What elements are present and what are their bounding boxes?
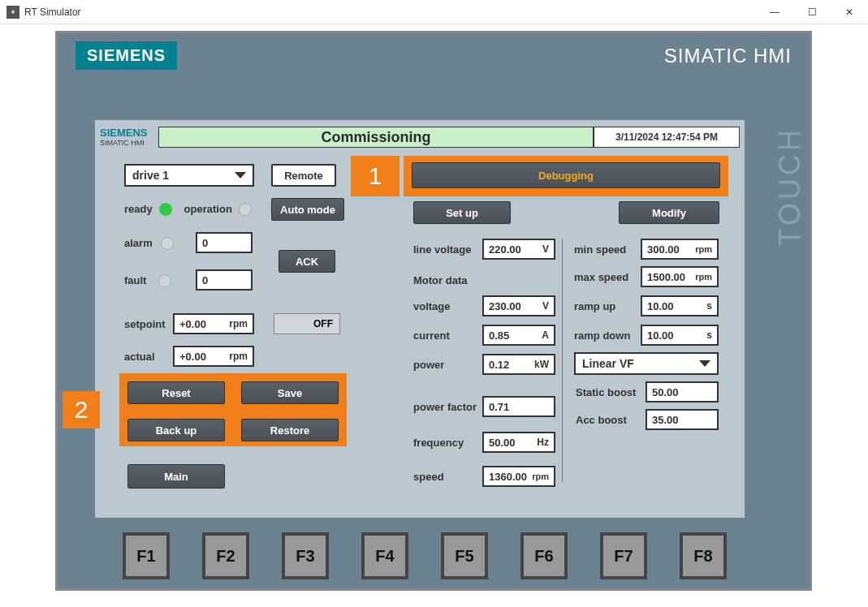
current-value[interactable]: 0.85A bbox=[482, 325, 555, 346]
hmi-frame: SIEMENS SIMATIC HMI TOUCH SIEMENS SIMATI… bbox=[55, 31, 812, 591]
setpoint-value[interactable]: +0.00rpm bbox=[173, 313, 254, 334]
alarm-indicator bbox=[161, 237, 174, 250]
fkey-f5[interactable]: F5 bbox=[441, 532, 488, 579]
fkey-f6[interactable]: F6 bbox=[520, 532, 568, 579]
siemens-logo: SIEMENS bbox=[76, 41, 177, 70]
freq-label: frequency bbox=[413, 437, 464, 449]
line-voltage-value[interactable]: 220.00V bbox=[482, 239, 555, 260]
power-value[interactable]: 0.12kW bbox=[482, 354, 555, 375]
fkey-f2[interactable]: F2 bbox=[202, 532, 249, 579]
ready-label: ready bbox=[124, 203, 153, 215]
setup-button[interactable]: Set up bbox=[413, 201, 511, 224]
acc-boost-value[interactable]: 35.00 bbox=[646, 409, 719, 430]
ramp-up-value[interactable]: 10.00s bbox=[641, 295, 719, 316]
fault-value[interactable]: 0 bbox=[196, 269, 253, 291]
auto-mode-button[interactable]: Auto mode bbox=[271, 198, 344, 221]
datetime: 3/11/2024 12:47:54 PM bbox=[594, 127, 740, 148]
max-speed-value[interactable]: 1500.00rpm bbox=[641, 266, 719, 287]
touch-label: TOUCH bbox=[773, 127, 807, 246]
fkey-f3[interactable]: F3 bbox=[282, 532, 329, 579]
vf-mode-value: Linear VF bbox=[582, 357, 634, 370]
separator bbox=[562, 239, 563, 482]
operation-indicator bbox=[239, 203, 252, 216]
acc-boost-label: Acc boost bbox=[576, 414, 627, 426]
minimize-button[interactable]: — bbox=[756, 0, 793, 24]
actual-label: actual bbox=[124, 351, 155, 363]
voltage-value[interactable]: 230.00V bbox=[482, 295, 555, 316]
power-label: power bbox=[413, 359, 444, 371]
app-icon: ♦ bbox=[6, 6, 19, 19]
min-speed-value[interactable]: 300.00rpm bbox=[641, 239, 719, 260]
restore-button[interactable]: Restore bbox=[241, 419, 339, 441]
main-button[interactable]: Main bbox=[127, 464, 225, 489]
callout-number-1: 1 bbox=[351, 156, 399, 196]
drive-selector-value: drive 1 bbox=[132, 169, 169, 182]
chevron-down-icon bbox=[699, 360, 710, 367]
min-speed-label: min speed bbox=[574, 243, 626, 256]
ramp-down-label: ramp down bbox=[574, 329, 630, 342]
fault-indicator bbox=[158, 274, 171, 287]
pf-label: power factor bbox=[413, 401, 477, 413]
panel-brand: SIEMENS bbox=[100, 127, 158, 139]
pf-value[interactable]: 0.71 bbox=[482, 396, 555, 417]
static-boost-value[interactable]: 50.00 bbox=[646, 381, 719, 403]
ready-indicator bbox=[159, 203, 172, 216]
drive-selector[interactable]: drive 1 bbox=[124, 164, 254, 187]
reset-button[interactable]: Reset bbox=[127, 381, 225, 404]
setpoint-label: setpoint bbox=[124, 318, 166, 330]
callout-number-2: 2 bbox=[63, 391, 100, 428]
freq-value[interactable]: 50.00Hz bbox=[482, 432, 555, 453]
current-label: current bbox=[413, 329, 450, 342]
ramp-up-label: ramp up bbox=[574, 300, 615, 312]
modify-button[interactable]: Modify bbox=[619, 201, 719, 224]
close-button[interactable]: ✕ bbox=[831, 0, 868, 24]
ack-button[interactable]: ACK bbox=[279, 250, 335, 273]
max-speed-label: max speed bbox=[574, 271, 628, 283]
alarm-label: alarm bbox=[124, 237, 153, 249]
product-label: SIMATIC HMI bbox=[664, 45, 792, 67]
fkey-f7[interactable]: F7 bbox=[600, 532, 647, 579]
alarm-value[interactable]: 0 bbox=[196, 232, 253, 253]
fkey-f4[interactable]: F4 bbox=[361, 532, 408, 579]
speed-value[interactable]: 1360.00rpm bbox=[482, 466, 555, 487]
window-title: RT Simulator bbox=[24, 6, 81, 18]
fkey-f1[interactable]: F1 bbox=[123, 532, 170, 579]
maximize-button[interactable]: ☐ bbox=[793, 0, 831, 24]
panel-product: SIMATIC HMI bbox=[100, 139, 158, 147]
operation-label: operation bbox=[184, 203, 232, 215]
static-boost-label: Static boost bbox=[576, 386, 636, 398]
actual-value: +0.00rpm bbox=[173, 346, 254, 367]
speed-label: speed bbox=[413, 471, 444, 483]
ramp-down-value[interactable]: 10.00s bbox=[641, 325, 719, 346]
chevron-down-icon bbox=[235, 172, 246, 179]
page-title: Commissioning bbox=[158, 127, 594, 148]
fkey-f8[interactable]: F8 bbox=[680, 532, 727, 579]
line-voltage-label: line voltage bbox=[413, 243, 472, 256]
remote-button[interactable]: Remote bbox=[271, 164, 336, 187]
fault-label: fault bbox=[124, 274, 146, 286]
motor-data-label: Motor data bbox=[413, 274, 467, 286]
window-titlebar: ♦ RT Simulator — ☐ ✕ bbox=[0, 0, 868, 24]
debugging-button[interactable]: Debugging bbox=[412, 162, 720, 188]
voltage-label: voltage bbox=[413, 300, 451, 312]
backup-button[interactable]: Back up bbox=[127, 419, 225, 441]
fkey-row: F1 F2 F3 F4 F5 F6 F7 F8 bbox=[123, 532, 727, 579]
vf-mode-selector[interactable]: Linear VF bbox=[574, 352, 719, 375]
save-button[interactable]: Save bbox=[241, 381, 339, 404]
drive-toggle[interactable]: OFF bbox=[274, 313, 340, 334]
main-panel: SIEMENS SIMATIC HMI Commissioning 3/11/2… bbox=[95, 120, 745, 518]
